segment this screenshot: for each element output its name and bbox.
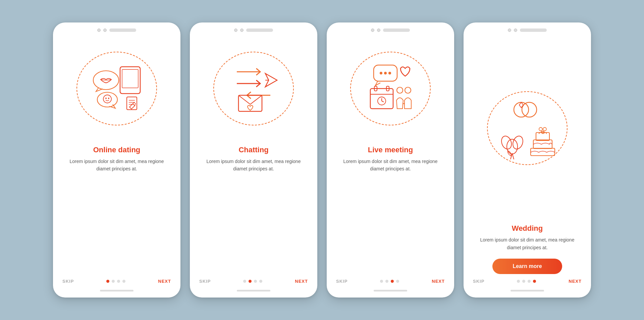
svg-point-3 xyxy=(97,92,117,107)
next-button-4[interactable]: NEXT xyxy=(569,279,582,284)
dot-1-3 xyxy=(122,280,125,283)
svg-point-29 xyxy=(405,87,411,93)
status-bar-1 xyxy=(53,22,180,35)
skip-button-2[interactable]: SKIP xyxy=(199,279,211,284)
screen-1-title: Online dating xyxy=(87,146,147,154)
dot-3-3 xyxy=(396,280,399,283)
screen-2-title: Chatting xyxy=(232,146,275,154)
svg-point-34 xyxy=(500,135,513,150)
skip-button-4[interactable]: SKIP xyxy=(473,279,484,284)
learn-more-container: Learn more xyxy=(464,256,591,279)
dot-2-0 xyxy=(243,280,246,283)
dashed-circle-1 xyxy=(76,52,157,125)
svg-rect-1 xyxy=(122,69,138,88)
svg-point-35 xyxy=(511,135,525,150)
dot-4-1 xyxy=(522,280,525,283)
illustration-area-4 xyxy=(464,35,591,218)
status-bar-line xyxy=(383,29,410,32)
svg-rect-38 xyxy=(531,148,555,156)
svg-point-28 xyxy=(397,87,403,93)
illustration-area-1 xyxy=(53,35,180,140)
online-dating-icon xyxy=(83,57,150,120)
svg-point-43 xyxy=(543,127,546,131)
dot-1-0 xyxy=(106,280,109,283)
svg-rect-0 xyxy=(120,67,140,94)
svg-point-19 xyxy=(384,72,387,74)
status-bar-2 xyxy=(190,22,317,35)
dot-3-0 xyxy=(380,280,383,283)
dot-2-2 xyxy=(254,280,257,283)
svg-point-31 xyxy=(514,102,529,117)
svg-point-4 xyxy=(103,95,111,103)
dot-1-1 xyxy=(112,280,115,283)
illustration-area-3 xyxy=(327,35,454,140)
status-bar-3 xyxy=(327,22,454,35)
phone-screen-1: Online dating Lorem ipsum dolor sit dim … xyxy=(53,22,180,298)
status-bar-4 xyxy=(464,22,591,35)
status-dot xyxy=(514,29,517,32)
nav-bar-1: SKIP NEXT xyxy=(53,279,180,284)
status-bar-line xyxy=(109,29,136,32)
dot-3-1 xyxy=(385,280,388,283)
screen-1-desc: Lorem ipsum dolor sit dim amet, mea regi… xyxy=(53,158,180,173)
dot-2-3 xyxy=(259,280,262,283)
illustration-area-2 xyxy=(190,35,317,140)
learn-more-button[interactable]: Learn more xyxy=(492,259,562,274)
nav-bar-2: SKIP NEXT xyxy=(190,279,317,284)
dashed-circle-4 xyxy=(487,91,568,165)
svg-point-20 xyxy=(388,72,391,74)
dot-4-0 xyxy=(517,280,520,283)
nav-bar-3: SKIP NEXT xyxy=(327,279,454,284)
svg-point-42 xyxy=(539,127,542,131)
chatting-icon xyxy=(220,57,287,120)
screen-3-desc: Lorem ipsum dolor sit dim amet, mea regi… xyxy=(327,158,454,173)
screen-4-desc: Lorem ipsum dolor sit dim amet, mea regi… xyxy=(464,236,591,251)
status-dot xyxy=(377,29,380,32)
screen-4-title: Wedding xyxy=(505,224,549,233)
dots-3 xyxy=(380,280,399,283)
phone-screen-2: Chatting Lorem ipsum dolor sit dim amet,… xyxy=(190,22,317,298)
dot-3-2 xyxy=(391,280,394,283)
status-dot xyxy=(240,29,244,32)
svg-point-6 xyxy=(108,98,109,99)
wedding-icon xyxy=(494,96,561,160)
status-dot xyxy=(371,29,374,32)
status-dot xyxy=(234,29,237,32)
screen-2-desc: Lorem ipsum dolor sit dim amet, mea regi… xyxy=(190,158,317,173)
dashed-circle-3 xyxy=(350,52,431,125)
next-button-1[interactable]: NEXT xyxy=(158,279,171,284)
bottom-bar-3 xyxy=(374,290,407,291)
next-button-3[interactable]: NEXT xyxy=(432,279,445,284)
svg-point-33 xyxy=(507,139,518,154)
dot-1-2 xyxy=(117,280,120,283)
screens-container: Online dating Lorem ipsum dolor sit dim … xyxy=(40,9,604,311)
svg-line-27 xyxy=(382,101,384,102)
svg-point-5 xyxy=(105,98,107,99)
dashed-circle-2 xyxy=(213,52,294,125)
bottom-bar-1 xyxy=(100,290,133,291)
bottom-bar-4 xyxy=(511,290,544,291)
dot-4-2 xyxy=(528,280,531,283)
status-dot xyxy=(508,29,511,32)
live-meeting-icon xyxy=(357,57,424,120)
skip-button-3[interactable]: SKIP xyxy=(336,279,347,284)
dots-4 xyxy=(517,280,536,283)
dots-1 xyxy=(106,280,125,283)
status-dot xyxy=(97,29,101,32)
screen-3-title: Live meeting xyxy=(361,146,420,154)
svg-point-18 xyxy=(380,72,382,74)
next-button-2[interactable]: NEXT xyxy=(295,279,308,284)
nav-bar-4: SKIP NEXT xyxy=(464,279,591,284)
dot-2-1 xyxy=(249,280,252,283)
status-dot xyxy=(103,29,107,32)
svg-point-32 xyxy=(522,102,537,117)
status-bar-line xyxy=(520,29,547,32)
phone-screen-3: Live meeting Lorem ipsum dolor sit dim a… xyxy=(327,22,454,298)
skip-button-1[interactable]: SKIP xyxy=(62,279,74,284)
dots-2 xyxy=(243,280,262,283)
dot-4-3 xyxy=(533,280,536,283)
bottom-bar-2 xyxy=(237,290,270,291)
status-bar-line xyxy=(246,29,273,32)
phone-screen-4: Wedding Lorem ipsum dolor sit dim amet, … xyxy=(464,22,591,298)
